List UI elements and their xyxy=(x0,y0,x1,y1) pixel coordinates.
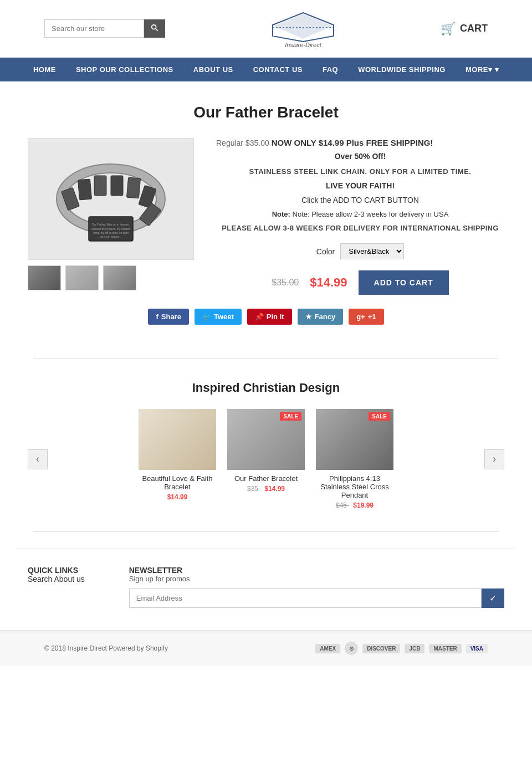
inspired-product-new-price-3: $19.99 xyxy=(353,501,374,509)
thumbnail-3[interactable] xyxy=(103,265,136,290)
pin-icon: 📌 xyxy=(255,313,264,321)
newsletter-desc: Sign up for promos xyxy=(129,575,504,583)
svg-rect-9 xyxy=(78,179,91,200)
over-50-label: Over 50% Off! xyxy=(216,152,504,161)
cart-label: CART xyxy=(460,23,488,34)
product-section: Our Father Bracelet Our Fath xyxy=(17,81,515,347)
svg-text:Inspire-Direct: Inspire-Direct xyxy=(285,42,321,47)
newsletter-title: NEWSLETTER xyxy=(129,566,504,575)
gplus-button[interactable]: g+ +1 xyxy=(349,309,383,325)
svg-point-0 xyxy=(152,25,156,29)
search-icon xyxy=(151,24,158,32)
footer-link-about[interactable]: About us xyxy=(54,575,84,584)
svg-line-1 xyxy=(156,29,158,31)
inspired-title: Inspired Christian Design xyxy=(28,381,504,395)
color-label: Color xyxy=(316,247,335,256)
intl-label: PLEASE ALLOW 3-8 WEEKS FOR DELIVERY FOR … xyxy=(216,224,504,232)
pin-label: Pin it xyxy=(267,313,284,321)
nav-faq[interactable]: FAQ xyxy=(313,58,348,81)
newsletter-input-row: ✓ xyxy=(129,588,504,608)
price-old: $35.00 xyxy=(272,278,299,288)
inspired-product-price-1: $14.99 xyxy=(139,493,216,501)
sale-badge-2: SALE xyxy=(280,412,301,421)
social-share-row: f Share 🐦 Tweet 📌 Pin it ★ Fancy g+ +1 xyxy=(28,309,504,325)
note-label: Note: Note: Please allow 2-3 weeks for d… xyxy=(216,210,504,218)
nav-home[interactable]: HOME xyxy=(23,58,66,81)
newsletter-email-input[interactable] xyxy=(129,588,482,608)
thumbnail-row xyxy=(28,265,194,290)
nav-more[interactable]: MORE▾ xyxy=(456,58,509,81)
color-selector: Color Silver&Black Gold&Black Silver xyxy=(216,243,504,259)
share-label: Share xyxy=(161,313,181,321)
search-input[interactable] xyxy=(44,19,144,38)
inspired-product-name-2: Our Father Bracelet xyxy=(227,474,305,483)
color-select[interactable]: Silver&Black Gold&Black Silver xyxy=(340,243,404,259)
newsletter-submit-button[interactable]: ✓ xyxy=(482,588,504,608)
payment-jcb: JCB xyxy=(405,644,424,653)
tweet-icon: 🐦 xyxy=(202,313,211,321)
inspired-product-3[interactable]: SALE Philippians 4:13 Stainless Steel Cr… xyxy=(316,409,393,509)
cart-area[interactable]: 🛒 CART xyxy=(441,22,488,36)
fancy-label: Fancy xyxy=(315,313,336,321)
gplus-icon: g+ xyxy=(356,313,365,321)
bracelet-illustration: Our Father, Who art in heaven, hallowed … xyxy=(39,149,183,249)
svg-rect-11 xyxy=(111,176,123,196)
price-new: $14.99 xyxy=(310,275,347,290)
inspired-product-old-price-2: $35- xyxy=(247,485,260,493)
fancy-button[interactable]: ★ Fancy xyxy=(298,309,344,325)
gplus-label: +1 xyxy=(368,313,376,321)
nav-shop[interactable]: SHOP OUR COLLECTIONS xyxy=(66,58,183,81)
description-1: STAINLESS STEEL LINK CHAIN. ONLY FOR A L… xyxy=(216,167,504,176)
product-images: Our Father, Who art in heaven, hallowed … xyxy=(28,138,194,290)
search-area xyxy=(44,19,165,38)
pin-button[interactable]: 📌 Pin it xyxy=(247,309,292,325)
nav-about[interactable]: ABOUT US xyxy=(183,58,243,81)
inspired-product-name-3: Philippians 4:13 Stainless Steel Cross P… xyxy=(316,474,393,499)
svg-text:come, thy will be done, on ear: come, thy will be done, on earth xyxy=(93,232,129,234)
price-line: Regular $35.00 NOW ONLY $14.99 Plus FREE… xyxy=(216,138,504,147)
inspired-product-img-2: SALE xyxy=(227,409,305,470)
footer-links: QUICK LINKS Search About us NEWSLETTER S… xyxy=(17,549,515,619)
share-button[interactable]: f Share xyxy=(148,309,188,325)
inspired-product-img-1 xyxy=(139,409,216,470)
product-info: Regular $35.00 NOW ONLY $14.99 Plus FREE… xyxy=(216,138,504,295)
inspired-product-img-3: SALE xyxy=(316,409,393,470)
products-grid: Beautiful Love & Faith Bracelet $14.99 S… xyxy=(53,409,479,509)
svg-rect-12 xyxy=(126,177,140,198)
svg-rect-10 xyxy=(94,176,106,196)
add-to-cart-row: $35.00 $14.99 ADD TO CART xyxy=(216,270,504,295)
inspired-product-price-2: $35- $14.99 xyxy=(227,485,305,493)
inspired-product-new-price-1: $14.99 xyxy=(167,493,188,501)
search-button[interactable] xyxy=(144,19,165,38)
sale-badge-3: SALE xyxy=(369,412,390,421)
main-nav: HOME SHOP OUR COLLECTIONS ABOUT US CONTA… xyxy=(0,58,532,81)
payment-discover: DISCOVER xyxy=(362,644,400,653)
quick-links-col: QUICK LINKS Search About us xyxy=(28,566,85,608)
inspired-product-old-price-3: $45- xyxy=(336,501,349,509)
carousel-prev-button[interactable]: ‹ xyxy=(28,449,48,469)
add-to-cart-button[interactable]: ADD TO CART xyxy=(359,270,449,295)
svg-text:hallowed be thy name, thy king: hallowed be thy name, thy kingdom xyxy=(91,228,131,231)
inspired-product-name-1: Beautiful Love & Faith Bracelet xyxy=(139,474,216,491)
tweet-button[interactable]: 🐦 Tweet xyxy=(195,309,242,325)
payment-master: MASTER xyxy=(429,644,461,653)
logo-icon: Inspire-Direct xyxy=(267,8,339,47)
thumbnail-2[interactable] xyxy=(65,265,99,290)
inspired-product-2[interactable]: SALE Our Father Bracelet $35- $14.99 xyxy=(227,409,305,509)
faith-label: LIVE YOUR FAITH! xyxy=(216,181,504,190)
click-label: Click the ADD TO CART BUTTON xyxy=(216,196,504,204)
payment-diners: ⊙ xyxy=(345,642,358,655)
carousel-next-button[interactable]: › xyxy=(484,449,504,469)
tweet-label: Tweet xyxy=(214,313,234,321)
svg-marker-3 xyxy=(274,14,332,39)
inspired-product-1[interactable]: Beautiful Love & Faith Bracelet $14.99 xyxy=(139,409,216,509)
nav-shipping[interactable]: WORLDWIDE SHIPPING xyxy=(348,58,456,81)
footer-link-search[interactable]: Search xyxy=(28,575,52,584)
product-content: Our Father, Who art in heaven, hallowed … xyxy=(28,138,504,295)
newsletter-col: NEWSLETTER Sign up for promos ✓ xyxy=(129,566,504,608)
quick-links-title: QUICK LINKS xyxy=(28,566,85,575)
inspired-product-price-3: $45- $19.99 xyxy=(316,501,393,509)
main-product-image: Our Father, Who art in heaven, hallowed … xyxy=(28,138,194,260)
nav-contact[interactable]: CONTACT US xyxy=(243,58,313,81)
thumbnail-1[interactable] xyxy=(28,265,61,290)
